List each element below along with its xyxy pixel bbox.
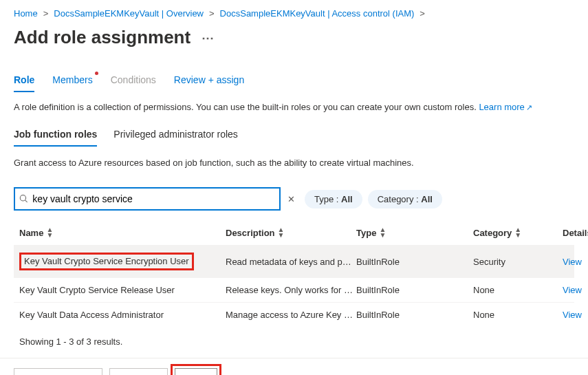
breadcrumb-overview[interactable]: DocsSampleEKMKeyVault | Overview [54, 8, 204, 19]
wizard-tabs: Role Members Conditions Review + assign [14, 74, 574, 92]
role-name: Key Vault Crypto Service Release User [19, 285, 175, 295]
learn-more-link[interactable]: Learn more [479, 102, 524, 112]
wizard-footer: Review + assign Previous Next [0, 358, 588, 375]
svg-line-1 [25, 200, 28, 202]
role-category: Security [473, 257, 563, 267]
role-description: Release keys. Only works for … [226, 285, 356, 295]
chevron-right-icon: > [420, 8, 425, 19]
role-search[interactable] [14, 187, 281, 211]
search-icon [19, 194, 28, 204]
col-description[interactable]: Description▲▼ [226, 227, 356, 238]
role-intro-text: A role definition is a collection of per… [14, 102, 477, 112]
role-type: BuiltInRole [356, 310, 473, 320]
tab-review[interactable]: Review + assign [174, 74, 244, 92]
sort-icon: ▲▼ [514, 227, 521, 238]
previous-button: Previous [109, 368, 168, 375]
subtab-privileged[interactable]: Privileged administrator roles [113, 127, 238, 147]
col-details: Details [563, 228, 588, 238]
tab-members[interactable]: Members [52, 74, 92, 92]
role-category: None [473, 310, 563, 320]
role-subtabs: Job function roles Privileged administra… [14, 127, 574, 147]
chevron-right-icon: > [43, 8, 49, 19]
col-category[interactable]: Category▲▼ [473, 227, 563, 238]
breadcrumb-iam[interactable]: DocsSampleEKMKeyVault | Access control (… [220, 8, 415, 19]
role-search-input[interactable] [31, 193, 275, 205]
tab-conditions: Conditions [111, 74, 156, 92]
clear-search-icon[interactable]: ✕ [287, 194, 295, 204]
sort-icon: ▲▼ [46, 227, 53, 238]
table-row[interactable]: Key Vault Crypto Service Release User Re… [14, 277, 574, 302]
sort-icon: ▲▼ [278, 227, 285, 238]
view-link[interactable]: View [563, 285, 588, 295]
more-actions-icon[interactable]: ⋯ [202, 30, 215, 45]
role-category: None [473, 285, 563, 295]
role-name: Key Vault Data Access Administrator [19, 310, 164, 320]
page-title: Add role assignment [14, 27, 190, 48]
role-type: BuiltInRole [356, 257, 473, 267]
roles-table: Name▲▼ Description▲▼ Type▲▼ Category▲▼ D… [14, 220, 574, 327]
breadcrumb-home[interactable]: Home [14, 8, 38, 19]
col-name[interactable]: Name▲▼ [19, 227, 226, 238]
subtab-job-function[interactable]: Job function roles [14, 127, 97, 147]
svg-point-0 [20, 195, 25, 201]
role-description: Read metadata of keys and p… [226, 257, 356, 267]
view-link[interactable]: View [563, 257, 588, 267]
results-count: Showing 1 - 3 of 3 results. [19, 336, 574, 347]
table-row[interactable]: Key Vault Data Access Administrator Mana… [14, 302, 574, 327]
next-button[interactable]: Next [175, 368, 217, 375]
review-assign-button: Review + assign [14, 368, 102, 375]
role-name: Key Vault Crypto Service Encryption User [19, 253, 194, 270]
col-type[interactable]: Type▲▼ [356, 227, 473, 238]
helper-text: Grant access to Azure resources based on… [14, 158, 574, 168]
sort-icon: ▲▼ [379, 227, 386, 238]
attention-dot-icon [95, 72, 98, 75]
view-link[interactable]: View [563, 310, 588, 320]
filter-type[interactable]: Type : All [305, 190, 362, 208]
table-row[interactable]: Key Vault Crypto Service Encryption User… [14, 245, 574, 277]
filter-category[interactable]: Category : All [368, 190, 442, 208]
role-type: BuiltInRole [356, 285, 473, 295]
tab-role[interactable]: Role [14, 74, 34, 92]
chevron-right-icon: > [209, 8, 215, 19]
breadcrumb: Home > DocsSampleEKMKeyVault | Overview … [14, 6, 574, 21]
external-link-icon: ↗ [526, 103, 532, 111]
role-description: Manage access to Azure Key … [226, 310, 356, 320]
